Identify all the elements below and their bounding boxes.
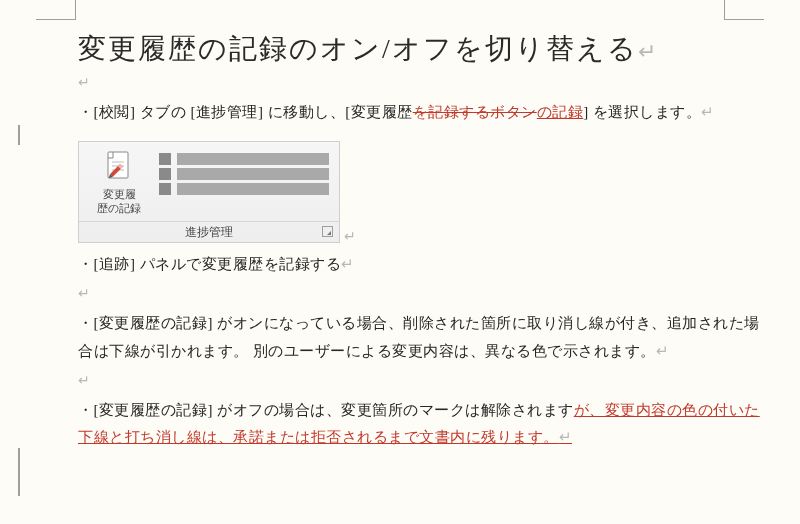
crop-mark xyxy=(36,19,76,20)
text-run: ・[変更履歴の記録] がオフの場合は、変更箇所のマークは解除されます xyxy=(78,402,574,418)
title-text: 変更履歴の記録のオン/オフを切り替える xyxy=(78,33,638,64)
inserted-text: の記録 xyxy=(537,104,584,120)
ribbon-right-placeholder xyxy=(149,150,329,216)
ribbon-group-label: 進捗管理 xyxy=(185,224,233,241)
paragraph-3: ・[変更履歴の記録] がオンになっている場合、削除された箇所に取り消し線が付き、… xyxy=(78,310,760,366)
crop-mark xyxy=(724,0,725,20)
text-run: ] を選択します。 xyxy=(583,104,701,120)
paragraph-4: ・[変更履歴の記録] がオフの場合は、変更箇所のマークは解除されますが、変更内容… xyxy=(78,397,760,453)
paragraph-mark-icon: ↵ xyxy=(656,343,670,359)
ribbon-illustration-row: 変更履 歴の記録 進捗管理 ↵ xyxy=(78,133,760,246)
dialog-launcher-icon[interactable] xyxy=(322,226,333,237)
text-run: ・[追跡] パネルで変更履歴を記録する xyxy=(78,256,341,272)
paragraph-2: ・[追跡] パネルで変更履歴を記録する↵ xyxy=(78,251,760,279)
paragraph-1: ・[校閲] タブの [進捗管理] に移動し、[変更履歴を記録するボタンの記録] … xyxy=(78,99,760,127)
paragraph-mark-icon: ↵ xyxy=(341,256,355,272)
track-changes-icon xyxy=(89,150,149,184)
ribbon-placeholder-row xyxy=(159,183,329,195)
text-run: ・[校閲] タブの [進捗管理] に移動し、[変更履歴 xyxy=(78,104,413,120)
ribbon-body: 変更履 歴の記録 xyxy=(79,142,339,222)
track-changes-button[interactable]: 変更履 歴の記録 xyxy=(89,150,149,216)
ribbon-placeholder-row xyxy=(159,168,329,180)
paragraph-mark-icon: ↵ xyxy=(344,228,356,245)
crop-mark xyxy=(724,19,764,20)
paragraph-mark-icon: ↵ xyxy=(78,74,760,91)
track-changes-label-line1: 変更履 xyxy=(89,188,149,202)
deleted-text: を記録するボタン xyxy=(413,104,537,120)
paragraph-mark-icon: ↵ xyxy=(638,39,658,64)
change-bar xyxy=(18,125,20,145)
paragraph-mark-icon: ↵ xyxy=(701,104,715,120)
document-content: 変更履歴の記録のオン/オフを切り替える↵ ↵ ・[校閲] タブの [進捗管理] … xyxy=(78,30,760,458)
paragraph-mark-icon: ↵ xyxy=(559,429,573,445)
document-page: 変更履歴の記録のオン/オフを切り替える↵ ↵ ・[校閲] タブの [進捗管理] … xyxy=(0,0,800,524)
paragraph-mark-icon: ↵ xyxy=(78,285,760,302)
ribbon-group-footer: 進捗管理 xyxy=(79,221,339,242)
ribbon-placeholder-row xyxy=(159,153,329,165)
crop-mark xyxy=(75,0,76,20)
change-bar xyxy=(18,448,20,496)
track-changes-label-line2: 歴の記録 xyxy=(89,202,149,216)
ribbon-group: 変更履 歴の記録 進捗管理 xyxy=(78,141,340,244)
page-title: 変更履歴の記録のオン/オフを切り替える↵ xyxy=(78,30,760,68)
paragraph-mark-icon: ↵ xyxy=(78,372,760,389)
